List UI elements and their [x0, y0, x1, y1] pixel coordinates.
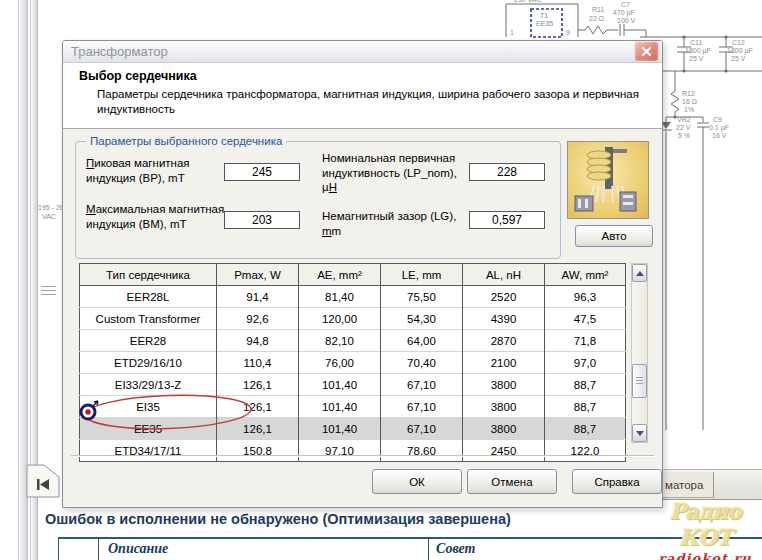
table-row[interactable]: EE35126,1101,4067,10380088,7	[80, 418, 626, 440]
table-scrollbar[interactable]	[631, 263, 648, 443]
bp-value-input[interactable]	[224, 163, 300, 181]
help-button[interactable]: Справка	[572, 469, 662, 494]
table-cell: 76,00	[299, 352, 381, 374]
core-table-body: EER28L91,481,4075,50252096,3Custom Trans…	[80, 286, 626, 462]
scroll-down-button[interactable]	[632, 424, 647, 442]
table-cell: 64,00	[381, 330, 463, 352]
table-row[interactable]: EI33/29/13-Z126,1101,4067,10380088,7	[80, 374, 626, 396]
page-title: Выбор сердечника	[79, 69, 197, 83]
table-cell: ETD34/17/11	[80, 440, 217, 462]
schematic-label: T1	[540, 12, 548, 19]
chevron-down-icon	[636, 431, 644, 436]
table-row[interactable]: EER2894,882,1064,00287071,8	[80, 330, 626, 352]
schematic-label: R12	[682, 90, 695, 97]
scroll-up-button[interactable]	[632, 264, 647, 282]
table-cell: 88,7	[545, 418, 626, 440]
table-cell: 88,7	[545, 374, 626, 396]
table-cell: 101,40	[299, 418, 381, 440]
lg-value-input[interactable]	[469, 211, 545, 229]
dialog-titlebar[interactable]: Трансформатор	[63, 41, 662, 63]
column-header: AW, mm²	[545, 264, 626, 286]
lg-label: Немагнитный зазор (LG), mm	[322, 209, 467, 238]
bm-value-input[interactable]	[224, 211, 300, 229]
cancel-button[interactable]: Отмена	[467, 469, 557, 494]
table-cell: 101,40	[299, 396, 381, 418]
group-legend: Параметры выбранного сердечника	[86, 135, 286, 147]
table-cell: 126,1	[217, 418, 299, 440]
table-cell: 101,40	[299, 374, 381, 396]
table-cell: 71,8	[545, 330, 626, 352]
column-header: Pmax, W	[217, 264, 299, 286]
table-row[interactable]: ETD34/17/11150,897,1078,602450122,0	[80, 440, 626, 462]
table-cell: 67,10	[381, 396, 463, 418]
core-table-container: Тип сердечника Pmax, W AE, mm² LE, mm AL…	[79, 263, 626, 462]
application-window: 230 VAC T1 EE35 1 9 R11 22 Ω C7 470 pF 1…	[0, 0, 762, 560]
schematic-label: 22 V	[676, 124, 690, 131]
table-cell: 81,40	[299, 286, 381, 308]
scroll-thumb[interactable]	[632, 364, 647, 398]
table-cell: 78,60	[381, 440, 463, 462]
first-page-tab[interactable]	[26, 464, 60, 498]
table-row[interactable]: ETD29/16/10110,476,0070,40210097,0	[80, 352, 626, 374]
schematic-label: 16 Ω	[682, 98, 697, 105]
dialog-title: Трансформатор	[71, 44, 634, 59]
lp-label: Номинальная первичная индуктивность (LP_…	[322, 151, 467, 195]
schematic-label: VAC	[42, 213, 56, 220]
lp-value-input[interactable]	[469, 163, 545, 181]
dialog-header: Выбор сердечника Параметры сердечника тр…	[63, 63, 662, 129]
table-cell: 70,40	[381, 352, 463, 374]
table-cell: 88,7	[545, 396, 626, 418]
table-cell: 92,6	[217, 308, 299, 330]
background-tab[interactable]: матора	[660, 472, 714, 498]
table-cell: 126,1	[217, 396, 299, 418]
core-image	[567, 141, 649, 219]
status-text: Ошибок в исполнении не обнаружено (Оптим…	[45, 511, 511, 527]
table-row[interactable]: EI35126,1101,4067,10380088,7	[80, 396, 626, 418]
result-column-header: Описание	[108, 541, 168, 557]
table-cell: EE35	[80, 418, 217, 440]
help-button-label: Справка	[594, 476, 639, 488]
auto-button[interactable]: Авто	[575, 225, 653, 247]
schematic-label: 100 V	[617, 17, 635, 24]
table-cell: 110,4	[217, 352, 299, 374]
transformer-core-illustration	[568, 142, 648, 218]
transformer-dialog: Трансформатор Выбор сердечника Параметры…	[62, 40, 663, 508]
table-cell: EI35	[80, 396, 217, 418]
table-cell: 47,5	[545, 308, 626, 330]
table-cell: 97,0	[545, 352, 626, 374]
schematic-label: 1%	[684, 106, 694, 113]
table-row[interactable]: Custom Transformer92,6120,0054,30439047,…	[80, 308, 626, 330]
core-table: Тип сердечника Pmax, W AE, mm² LE, mm AL…	[79, 263, 626, 462]
table-cell: 120,00	[299, 308, 381, 330]
schematic-label: 16 V	[712, 132, 726, 139]
schematic-label: C12	[732, 39, 745, 46]
schematic-label: C11	[690, 39, 702, 46]
core-parameters-group: Параметры выбранного сердечника Пиковая …	[75, 141, 561, 259]
cancel-button-label: Отмена	[491, 476, 532, 488]
table-cell: 3800	[463, 374, 545, 396]
table-cell: 54,30	[381, 308, 463, 330]
close-button[interactable]	[634, 41, 659, 62]
bp-label: Пиковая магнитная индукция (BP), mT	[86, 156, 218, 185]
schematic-label: 9	[566, 29, 570, 36]
schematic-label: EE35	[536, 20, 553, 27]
table-cell: 150,8	[217, 440, 299, 462]
table-cell: EER28L	[80, 286, 217, 308]
table-cell: 96,3	[545, 286, 626, 308]
page-description: Параметры сердечника трансформатора, маг…	[97, 87, 642, 117]
table-cell: 94,8	[217, 330, 299, 352]
table-cell: 67,10	[381, 374, 463, 396]
ok-button[interactable]: ОК	[372, 469, 462, 494]
table-row[interactable]: EER28L91,481,4075,50252096,3	[80, 286, 626, 308]
result-column-header: Совет	[436, 541, 475, 557]
table-cell: 2870	[463, 330, 545, 352]
chevron-up-icon	[636, 271, 644, 276]
separator	[71, 455, 654, 457]
schematic-label: 230 VAC	[514, 0, 542, 3]
schematic-label: 25 V	[689, 55, 703, 62]
table-cell: 126,1	[217, 374, 299, 396]
bm-label: Максимальная магнитная индукция (BM), mT	[86, 202, 226, 231]
schematic-label: 25 V	[731, 55, 745, 62]
schematic-label: 0.1 µF	[709, 124, 729, 131]
table-cell: 3800	[463, 396, 545, 418]
